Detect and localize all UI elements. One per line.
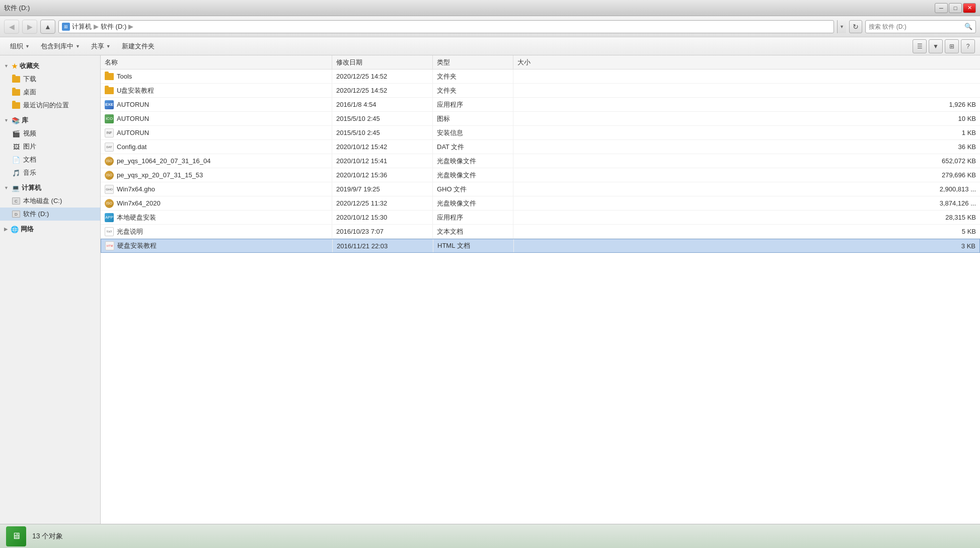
table-row[interactable]: HTM 硬盘安装教程 2016/11/21 22:03 HTML 文档 3 KB — [101, 239, 980, 253]
up-button[interactable]: ▲ — [40, 20, 55, 34]
table-row[interactable]: GHO Win7x64.gho 2019/9/7 19:25 GHO 文件 2,… — [101, 182, 980, 196]
table-row[interactable]: APP 本地硬盘安装 2020/10/12 15:30 应用程序 28,315 … — [101, 211, 980, 225]
local-c-label: 本地磁盘 (C:) — [23, 196, 62, 206]
file-name: Win7x64_2020 — [117, 199, 161, 207]
file-size: 3,874,126 ... — [940, 199, 976, 207]
file-date: 2020/10/12 15:36 — [336, 171, 387, 179]
file-name: U盘安装教程 — [117, 86, 154, 95]
file-rows: Tools 2020/12/25 14:52 文件夹 U盘安装教程 2020/1… — [101, 70, 980, 253]
toolbar-right: ☰ ▼ ⊞ ? — [913, 39, 975, 53]
network-label: 网络 — [21, 225, 34, 234]
sidebar-item-music[interactable]: 🎵 音乐 — [0, 166, 100, 179]
sidebar-item-video[interactable]: 🎬 视频 — [0, 127, 100, 140]
sidebar-item-local-c[interactable]: C 本地磁盘 (C:) — [0, 194, 100, 208]
table-row[interactable]: U盘安装教程 2020/12/25 14:52 文件夹 — [101, 84, 980, 98]
file-size: 279,696 KB — [942, 171, 976, 179]
file-name: AUTORUN — [117, 129, 149, 136]
computer-label: 计算机 — [22, 183, 41, 192]
forward-button[interactable]: ▶ — [22, 20, 37, 34]
table-row[interactable]: ISO pe_yqs_xp_20_07_31_15_53 2020/10/12 … — [101, 168, 980, 182]
file-type: 应用程序 — [437, 213, 463, 222]
software-d-label: 软件 (D:) — [23, 210, 49, 219]
computer-icon: 💻 — [12, 184, 20, 191]
table-row[interactable]: ISO Win7x64_2020 2020/12/25 11:32 光盘映像文件… — [101, 196, 980, 211]
file-date: 2019/9/7 19:25 — [336, 185, 380, 193]
file-date: 2020/12/25 11:32 — [336, 199, 387, 207]
help-button[interactable]: ? — [961, 39, 975, 53]
sidebar-item-doc[interactable]: 📄 文档 — [0, 153, 100, 166]
computer-chevron: ▼ — [4, 185, 9, 190]
search-box[interactable]: 🔍 — [865, 20, 976, 33]
file-size: 2,900,813 ... — [940, 185, 976, 193]
titlebar-buttons: ─ □ ✕ — [935, 3, 976, 13]
table-row[interactable]: INF AUTORUN 2015/5/10 2:45 安装信息 1 KB — [101, 126, 980, 140]
file-type: 应用程序 — [437, 100, 463, 109]
view-button[interactable]: ☰ — [913, 39, 927, 53]
file-size: 36 KB — [958, 143, 976, 151]
desktop-folder-icon — [12, 89, 20, 96]
address-bar[interactable]: ⊞ 计算机 ▶ 软件 (D:) ▶ — [58, 20, 834, 33]
folder-icon — [105, 73, 114, 80]
add-to-library-button[interactable]: 包含到库中 ▼ — [36, 39, 85, 53]
file-size: 5 KB — [962, 228, 976, 235]
toolbar: 组织 ▼ 包含到库中 ▼ 共享 ▼ 新建文件夹 ☰ ▼ ⊞ ? — [0, 37, 980, 55]
sidebar-computer-header[interactable]: ▼ 💻 计算机 — [0, 181, 100, 194]
drive-c-icon: C — [12, 197, 20, 204]
column-name[interactable]: 名称 — [101, 55, 332, 69]
sidebar-item-download[interactable]: 下载 — [0, 73, 100, 86]
doc-label: 文档 — [23, 155, 36, 164]
music-icon: 🎵 — [12, 169, 20, 176]
download-folder-icon — [12, 76, 20, 83]
refresh-button[interactable]: ↻ — [849, 20, 862, 33]
file-type: 光盘映像文件 — [437, 199, 476, 208]
sidebar-item-recent[interactable]: 最近访问的位置 — [0, 99, 100, 112]
file-date: 2015/5/10 2:45 — [336, 129, 380, 136]
sidebar-library-header[interactable]: ▼ 📚 库 — [0, 114, 100, 127]
search-icon[interactable]: 🔍 — [964, 23, 972, 30]
app-icon: APP — [105, 213, 114, 222]
table-row[interactable]: DAT Config.dat 2020/10/12 15:42 DAT 文件 3… — [101, 140, 980, 154]
file-size: 1 KB — [962, 129, 976, 136]
minimize-button[interactable]: ─ — [935, 3, 948, 13]
sidebar-network-header[interactable]: ▶ 🌐 网络 — [0, 223, 100, 236]
breadcrumb-drive[interactable]: 软件 (D:) — [101, 22, 126, 31]
network-chevron: ▶ — [4, 227, 8, 232]
share-button[interactable]: 共享 ▼ — [86, 39, 116, 53]
search-input[interactable] — [869, 23, 962, 30]
maximize-button[interactable]: □ — [949, 3, 962, 13]
sidebar-favorites-header[interactable]: ▼ ★ 收藏夹 — [0, 59, 100, 73]
table-row[interactable]: TXT 光盘说明 2016/10/23 7:07 文本文档 5 KB — [101, 225, 980, 239]
table-row[interactable]: ISO pe_yqs_1064_20_07_31_16_04 2020/10/1… — [101, 154, 980, 168]
inf-icon: INF — [105, 128, 114, 138]
file-type: 文本文档 — [437, 227, 463, 236]
sidebar-item-desktop[interactable]: 桌面 — [0, 86, 100, 99]
column-size[interactable]: 大小 — [513, 55, 980, 69]
file-list-header: 名称 修改日期 类型 大小 — [101, 55, 980, 70]
close-button[interactable]: ✕ — [963, 3, 976, 13]
column-type[interactable]: 类型 — [433, 55, 513, 69]
statusbar-logo: 🖥 — [6, 526, 26, 546]
table-row[interactable]: EXE AUTORUN 2016/1/8 4:54 应用程序 1,926 KB — [101, 98, 980, 112]
sidebar-item-photo[interactable]: 🖼 图片 — [0, 140, 100, 153]
sidebar-item-software-d[interactable]: D 软件 (D:) — [0, 208, 100, 221]
organize-button[interactable]: 组织 ▼ — [5, 39, 35, 53]
table-row[interactable]: Tools 2020/12/25 14:52 文件夹 — [101, 70, 980, 84]
view-dropdown-button[interactable]: ▼ — [929, 39, 943, 53]
table-row[interactable]: ICO AUTORUN 2015/5/10 2:45 图标 10 KB — [101, 112, 980, 126]
new-folder-button[interactable]: 新建文件夹 — [117, 39, 160, 53]
file-type: 文件夹 — [437, 86, 457, 95]
file-date: 2016/10/23 7:07 — [336, 228, 384, 235]
file-type: 光盘映像文件 — [437, 171, 476, 180]
file-size: 28,315 KB — [945, 214, 976, 221]
column-date[interactable]: 修改日期 — [332, 55, 433, 69]
address-dropdown-button[interactable]: ▼ — [837, 20, 846, 33]
file-type: GHO 文件 — [437, 185, 467, 194]
recent-folder-icon — [12, 102, 20, 109]
file-list[interactable]: 名称 修改日期 类型 大小 Tools 2020/12/25 14:52 文件夹… — [101, 55, 980, 524]
dat-icon: DAT — [105, 143, 114, 152]
preview-pane-button[interactable]: ⊞ — [945, 39, 959, 53]
sidebar-section-computer: ▼ 💻 计算机 C 本地磁盘 (C:) D 软件 (D:) — [0, 181, 100, 221]
breadcrumb-computer[interactable]: 计算机 — [72, 22, 92, 31]
file-type: 图标 — [437, 114, 450, 123]
back-button[interactable]: ◀ — [4, 20, 19, 34]
